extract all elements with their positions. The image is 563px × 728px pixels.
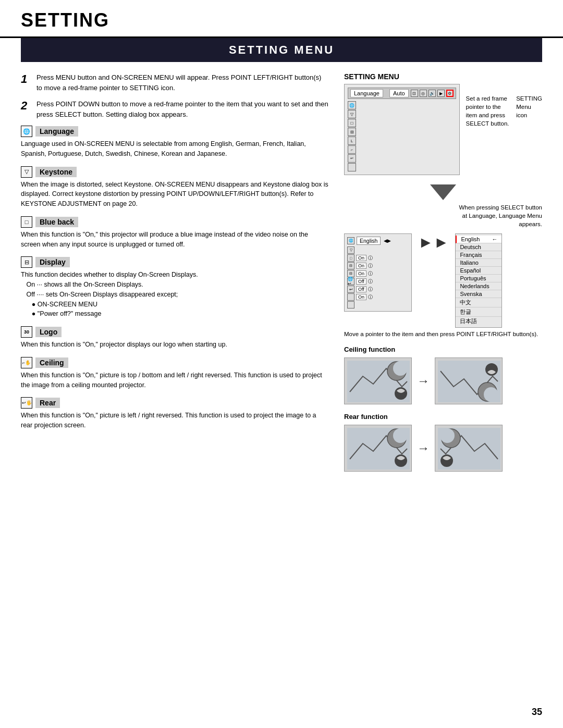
- logo-section: 30 Logo When this function is "On," proj…: [21, 326, 328, 350]
- lang-off-1: Off: [356, 278, 366, 285]
- step-2: 2 Press POINT DOWN button to move a red-…: [21, 99, 328, 119]
- language-icon: 🌐: [21, 126, 32, 137]
- menu-row-5: L: [348, 137, 456, 145]
- row-icon-rear: ↩: [348, 154, 356, 163]
- display-section: ⊟ Display This function decides whether …: [21, 256, 328, 319]
- rear-text: When this function is "On," picture is l…: [21, 411, 328, 430]
- lang-globe-icon: 🌐: [347, 237, 354, 244]
- menu-row-2: ▽: [348, 110, 456, 118]
- setting-menu-diagram: Language Auto ⊡ ◎ 🔊 ▶ ⚙ 🌐: [344, 84, 460, 175]
- svg-point-18: [440, 428, 455, 443]
- lr-icon-2: □: [347, 254, 354, 262]
- display-label: Display: [35, 257, 70, 267]
- blue-back-text: When this function is "On," this project…: [21, 230, 328, 250]
- lang-item-chinese: 中文: [456, 298, 501, 307]
- blue-back-section: □ Blue back When this function is "On," …: [21, 216, 328, 250]
- lang-row-2: □ On ⓘ: [347, 254, 409, 262]
- menu-rows: 🌐 ▽ □ ⊟ L ⌐: [348, 101, 456, 171]
- page-title: SETTING: [21, 9, 542, 31]
- row-icon-lang: 🌐: [348, 101, 356, 109]
- menu-row-1: 🌐: [348, 101, 456, 109]
- lang-off-2: Off: [356, 286, 366, 292]
- rear-function-diagrams: →: [344, 425, 542, 472]
- callout3: When pressing SELECT button at Language,…: [459, 203, 542, 228]
- rear-function-title: Rear function: [344, 413, 542, 421]
- lr-icon-5: 🌐↩: [347, 278, 354, 285]
- rear-after-diagram: [435, 425, 503, 472]
- svg-point-3: [393, 361, 408, 376]
- down-arrow: [344, 184, 542, 200]
- rear-arrow: →: [417, 441, 430, 455]
- lang-row-1: ▽: [347, 246, 409, 254]
- display-header: ⊟ Display: [21, 256, 328, 268]
- rear-function-section: Rear function →: [344, 413, 542, 472]
- row-icon-blue: □: [348, 119, 356, 127]
- lang-item-italiano: Italiano: [456, 259, 501, 267]
- arrow-shape: [430, 184, 456, 200]
- step-1: 1 Press MENU button and ON-SCREEN MENU w…: [21, 72, 328, 93]
- blue-back-label: Blue back: [35, 217, 78, 227]
- lang-item-english: English ←: [456, 236, 501, 243]
- menu-auto-tab: Auto: [389, 89, 409, 97]
- lang-menu-top: 🌐 English ◀▶: [347, 237, 409, 245]
- ceiling-arrow: →: [417, 374, 430, 388]
- lang-item-svenska: Svenska: [456, 290, 501, 298]
- language-label: Language: [35, 126, 78, 137]
- lang-on-3: On: [356, 270, 366, 277]
- right-column: SETTING MENU Language Auto ⊡ ◎ 🔊 ▶ ⚙: [344, 72, 542, 480]
- ceiling-after-diagram: [435, 357, 503, 404]
- lang-item-espanol: Español: [456, 267, 501, 275]
- blue-back-header: □ Blue back: [21, 216, 328, 228]
- lang-item-portugues: Português: [456, 275, 501, 282]
- lang-english-tab: English: [357, 237, 381, 245]
- lr-icon-6: ↩: [347, 286, 354, 293]
- menu-row-3: □: [348, 119, 456, 127]
- page-number: 35: [532, 707, 542, 718]
- callout2: SETTING Menu icon: [516, 94, 542, 119]
- setting-menu-diagram-title: SETTING MENU: [344, 72, 542, 81]
- lang-rows: ▽ □ On ⓘ ⊟ On ⓘ ⊟ On ⓘ: [347, 246, 409, 309]
- lang-row-7: On ⓘ: [347, 293, 409, 301]
- lang-on-2: On: [356, 263, 366, 269]
- rear-label: Rear: [35, 398, 60, 408]
- callout-area: Set a red frame pointer to the item and …: [466, 84, 542, 128]
- lang-english: English: [461, 236, 480, 242]
- ceiling-before-diagram: [344, 357, 412, 404]
- main-content: 1 Press MENU button and ON-SCREEN MENU w…: [0, 62, 563, 490]
- svg-point-13: [393, 428, 408, 443]
- lr-icon-7: [347, 293, 354, 301]
- lang-row-8: [347, 301, 409, 309]
- menu-icon-2: ◎: [420, 90, 427, 97]
- row-icon-ceil: ⌐: [348, 145, 356, 154]
- step-2-text: Press POINT DOWN button to move a red-fr…: [36, 99, 328, 119]
- step-1-text: Press MENU button and ON-SCREEN MENU wil…: [36, 72, 328, 93]
- section-title: SETTING MENU: [21, 43, 542, 57]
- lr-icon-3: ⊟: [347, 262, 354, 269]
- callout1: Set a red frame pointer to the item and …: [466, 94, 512, 128]
- ceiling-function-diagrams: →: [344, 357, 542, 404]
- menu-icon-4: ▶: [437, 90, 445, 97]
- lang-on-1: On: [356, 255, 366, 261]
- logo-text: When this function is "On," projector di…: [21, 340, 328, 350]
- lang-item-francais: Français: [456, 251, 501, 259]
- menu-row-7: ↩: [348, 154, 456, 163]
- lr-icon-1: ▽: [347, 246, 354, 254]
- keystone-text: When the image is distorted, select Keys…: [21, 180, 328, 209]
- row-icon-disp: ⊟: [348, 128, 356, 136]
- ceiling-after-svg: [435, 358, 503, 404]
- row-icon-extra: [348, 163, 356, 171]
- ceiling-text: When this function is "On," picture is t…: [21, 371, 328, 390]
- rear-after-svg: [435, 425, 503, 472]
- ceiling-before-svg: [345, 358, 412, 404]
- lang-row-5: 🌐↩ Off ⓘ: [347, 278, 409, 285]
- language-list-box: English ← Deutsch Français Italiano Espa…: [455, 233, 502, 328]
- lang-row-4: ⊟ On ⓘ: [347, 270, 409, 277]
- lang-row-6: ↩ Off ⓘ: [347, 286, 409, 293]
- language-text: Language used in ON-SCREEN MENU is selec…: [21, 139, 328, 159]
- display-text: This function decides whether to display…: [21, 270, 328, 319]
- svg-point-8: [484, 387, 498, 402]
- logo-label: Logo: [35, 327, 62, 337]
- rear-before-svg: [345, 425, 412, 472]
- logo-header: 30 Logo: [21, 326, 328, 338]
- blue-back-icon: □: [21, 216, 32, 228]
